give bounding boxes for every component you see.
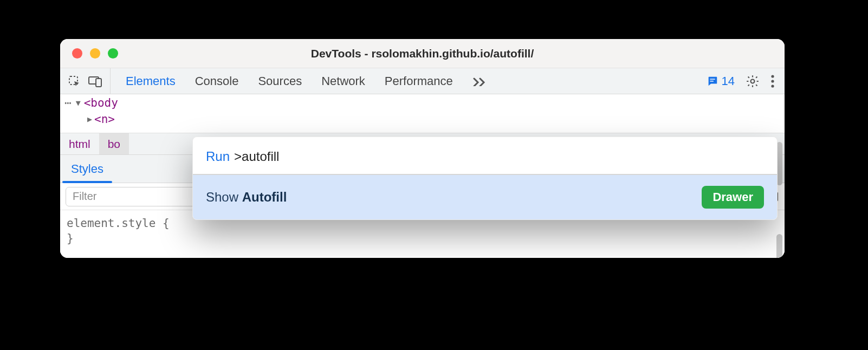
tab-console[interactable]: Console — [195, 68, 239, 94]
breadcrumb-body[interactable]: bo — [99, 133, 129, 154]
issues-icon — [707, 75, 718, 87]
svg-point-5 — [751, 79, 755, 83]
main-toolbar: Elements Console Sources Network Perform… — [60, 68, 785, 94]
expand-caret-icon[interactable]: ▶ — [87, 114, 92, 124]
subtab-styles[interactable]: Styles — [60, 155, 114, 183]
issues-count: 14 — [722, 74, 735, 88]
more-tabs-icon[interactable] — [472, 76, 487, 86]
command-menu-input[interactable]: Run >autofill — [193, 137, 777, 175]
command-result-autofill[interactable]: Show Autofill Drawer — [193, 175, 777, 219]
command-result-label: Show Autofill — [206, 190, 287, 205]
minimize-window-button[interactable] — [90, 48, 100, 59]
issues-counter[interactable]: 14 — [707, 74, 735, 88]
tab-network[interactable]: Network — [321, 68, 365, 94]
dom-tag-body[interactable]: <body — [84, 96, 118, 109]
close-window-button[interactable] — [72, 48, 82, 59]
svg-rect-4 — [710, 81, 713, 81]
panel-tabs: Elements Console Sources Network Perform… — [111, 68, 707, 94]
settings-icon[interactable] — [746, 74, 760, 88]
command-result-badge: Drawer — [702, 186, 764, 209]
dom-overflow-ellipsis: ⋯ — [64, 96, 73, 109]
svg-point-6 — [771, 75, 774, 77]
tab-performance[interactable]: Performance — [385, 68, 453, 94]
expand-caret-icon[interactable]: ▼ — [76, 98, 81, 108]
dom-tree[interactable]: ⋯ ▼ <body ▶ <n> — [60, 94, 785, 133]
titlebar: DevTools - rsolomakhin.github.io/autofil… — [60, 39, 785, 68]
svg-point-8 — [771, 85, 774, 87]
window-controls — [60, 48, 118, 59]
dom-tag-child[interactable]: <n> — [94, 113, 115, 126]
devtools-window: DevTools - rsolomakhin.github.io/autofil… — [60, 39, 785, 258]
svg-rect-2 — [96, 79, 101, 87]
scrollbar-thumb[interactable] — [776, 234, 782, 258]
window-title: DevTools - rsolomakhin.github.io/autofil… — [60, 47, 785, 60]
styles-code-line: } — [67, 231, 778, 246]
tab-elements[interactable]: Elements — [126, 68, 176, 94]
more-options-icon[interactable] — [770, 74, 775, 88]
maximize-window-button[interactable] — [108, 48, 118, 59]
tab-sources[interactable]: Sources — [258, 68, 302, 94]
command-menu: Run >autofill Show Autofill Drawer — [192, 137, 778, 220]
toggle-device-toolbar-icon[interactable] — [88, 75, 102, 87]
inspect-element-icon[interactable] — [68, 75, 81, 88]
command-query-text: >autofill — [234, 149, 279, 164]
breadcrumb-html[interactable]: html — [60, 133, 99, 154]
command-run-label: Run — [206, 149, 230, 164]
svg-point-7 — [771, 80, 774, 82]
svg-rect-3 — [710, 79, 715, 79]
